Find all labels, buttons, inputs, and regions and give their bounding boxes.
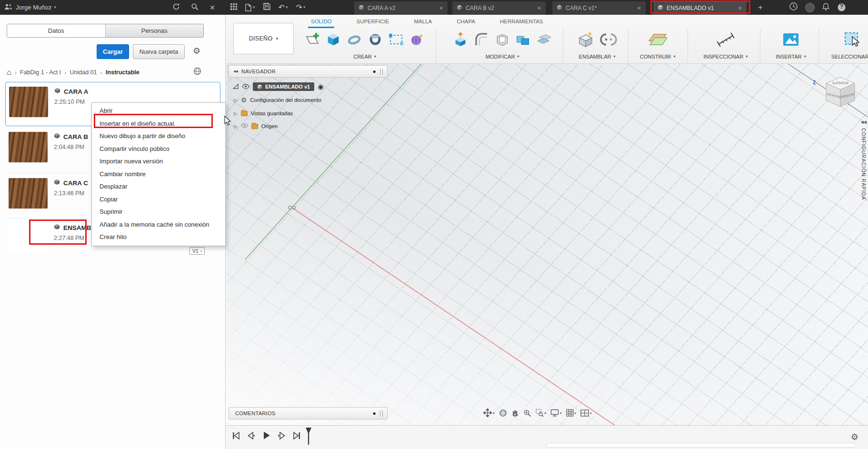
tree-filter-icon[interactable] bbox=[233, 84, 239, 90]
select-icon[interactable] bbox=[840, 29, 865, 50]
breadcrumb-item-current[interactable]: Instructable bbox=[106, 69, 140, 76]
group-label-insertar[interactable]: INSERTAR ▾ bbox=[776, 54, 806, 60]
save-icon[interactable] bbox=[263, 3, 270, 12]
ribbon-tab-herramientas[interactable]: HERRAMIENTAS bbox=[497, 17, 546, 28]
close-tab-icon[interactable]: ✕ bbox=[537, 5, 541, 11]
group-label-modificar[interactable]: MODIFICAR ▾ bbox=[486, 54, 519, 60]
comments-panel-header[interactable]: COMENTARIOS ● bbox=[229, 407, 388, 419]
viewcube[interactable]: Z SUPERIOR FRONTAL DERECHA bbox=[813, 74, 858, 111]
tree-root-badge[interactable]: ENSAMBLADO v1 bbox=[253, 82, 314, 91]
tree-root-row[interactable]: ENSAMBLADO v1 ◉ bbox=[233, 81, 323, 92]
breadcrumb-item[interactable]: Unidad 01 bbox=[70, 69, 97, 76]
hole-icon[interactable] bbox=[365, 29, 385, 50]
ribbon-tab-malla[interactable]: MALLA bbox=[411, 17, 435, 28]
pan-hand-tool[interactable] bbox=[511, 409, 519, 417]
step-back-button[interactable] bbox=[247, 431, 255, 442]
timeline-settings-gear-icon[interactable]: ⚙ bbox=[851, 432, 858, 442]
tree-expand-icon[interactable]: ▷ bbox=[234, 124, 238, 129]
group-label-construir[interactable]: CONSTRUIR ▾ bbox=[640, 54, 675, 60]
ribbon-tab-superficie[interactable]: SUPERFICIE bbox=[353, 17, 392, 28]
tree-row-document-settings[interactable]: ▷ ⚙ Configuración del documento bbox=[234, 94, 321, 106]
app-grid-icon[interactable] bbox=[230, 3, 237, 12]
panel-dot-icon[interactable]: ● bbox=[372, 68, 376, 75]
notifications-bell-icon[interactable] bbox=[822, 2, 830, 13]
measure-icon[interactable] bbox=[713, 29, 738, 50]
refresh-icon[interactable] bbox=[172, 3, 180, 12]
create-sketch-icon[interactable] bbox=[302, 29, 322, 50]
redo-button[interactable]: ↷ ▾ bbox=[296, 4, 305, 11]
pattern-icon[interactable] bbox=[386, 29, 406, 50]
fillet-icon[interactable] bbox=[471, 29, 491, 50]
search-icon[interactable] bbox=[191, 3, 199, 12]
go-to-end-button[interactable] bbox=[293, 431, 301, 442]
menu-item-suprimir[interactable]: Suprimir bbox=[92, 206, 225, 219]
tab-datos[interactable]: Datos bbox=[7, 24, 105, 37]
joint-icon[interactable] bbox=[598, 29, 619, 50]
ribbon-tab-chapa[interactable]: CHAPA bbox=[454, 17, 478, 28]
menu-item-desplazar[interactable]: Desplazar bbox=[92, 180, 225, 193]
upload-button[interactable]: Cargar bbox=[97, 44, 129, 59]
insert-image-icon[interactable] bbox=[778, 29, 803, 50]
viewport-canvas[interactable]: ◀◀ NAVEGADOR ● ENSAMBLADO v1 ◉ ▷ ⚙ Confi… bbox=[226, 64, 868, 425]
close-tab-icon[interactable]: ✕ bbox=[439, 5, 443, 11]
menu-item-cambiar-nombre[interactable]: Cambiar nombre bbox=[92, 168, 225, 181]
group-label-inspeccionar[interactable]: INSPECCIONAR ▾ bbox=[703, 54, 748, 60]
extrude-icon[interactable] bbox=[323, 29, 343, 50]
press-pull-icon[interactable] bbox=[450, 29, 470, 50]
web-globe-icon[interactable] bbox=[193, 67, 201, 77]
ribbon-tab-solido[interactable]: SOLIDO bbox=[308, 17, 334, 28]
construction-plane-icon[interactable] bbox=[645, 29, 670, 50]
step-forward-button[interactable] bbox=[278, 431, 286, 442]
new-file-button[interactable]: ▾ bbox=[245, 4, 255, 11]
visibility-eye-icon[interactable] bbox=[241, 123, 248, 129]
tree-expand-icon[interactable]: ▷ bbox=[234, 98, 238, 103]
doc-tab-cara-b[interactable]: CARA B v2 ✕ bbox=[452, 1, 546, 15]
new-tab-button[interactable]: + bbox=[758, 0, 763, 15]
workspace-selector[interactable]: DISEÑO ▾ bbox=[233, 23, 294, 54]
revolve-icon[interactable] bbox=[344, 29, 364, 50]
panel-settings-gear-icon[interactable]: ⚙ bbox=[193, 46, 200, 56]
menu-item-compartir[interactable]: Compartir vínculo público bbox=[92, 143, 225, 156]
panel-dot-icon[interactable]: ● bbox=[372, 410, 376, 417]
shell-icon[interactable] bbox=[492, 29, 512, 50]
activate-component-icon[interactable]: ◉ bbox=[318, 83, 323, 90]
user-menu[interactable]: Jorge Muñoz ▾ bbox=[4, 0, 56, 15]
combine-icon[interactable] bbox=[513, 29, 533, 50]
group-label-ensamblar[interactable]: ENSAMBLAR ▾ bbox=[579, 54, 616, 60]
zoom-window-tool[interactable]: ▾ bbox=[536, 409, 547, 417]
pan-tool[interactable]: ▾ bbox=[483, 409, 495, 417]
account-avatar[interactable] bbox=[805, 3, 815, 12]
form-sphere-icon[interactable] bbox=[407, 29, 427, 50]
group-label-seleccionar[interactable]: SELECCIONAR ▾ bbox=[831, 54, 868, 60]
menu-item-cache-offline[interactable]: Añadir a la memoria caché sin conexión bbox=[92, 219, 225, 231]
go-to-start-button[interactable] bbox=[232, 431, 240, 442]
panel-grip[interactable] bbox=[380, 410, 383, 417]
doc-tab-cara-a[interactable]: CARA A v2 ✕ bbox=[354, 1, 448, 15]
menu-item-crear-hito[interactable]: Crear hito bbox=[92, 231, 225, 244]
group-label-crear[interactable]: CREAR ▾ bbox=[353, 54, 376, 60]
help-icon[interactable]: ? bbox=[837, 3, 846, 12]
menu-item-nuevo-dibujo[interactable]: Nuevo dibujo a partir de diseño bbox=[92, 130, 225, 143]
timeline-marker[interactable] bbox=[305, 428, 312, 448]
play-button[interactable] bbox=[262, 431, 270, 442]
close-panel-icon[interactable]: ✕ bbox=[210, 4, 215, 11]
menu-item-copiar[interactable]: Copiar bbox=[92, 193, 225, 206]
doc-tab-cara-c[interactable]: CARA C v1* ✕ bbox=[552, 1, 646, 15]
undo-button[interactable]: ↶ ▾ bbox=[279, 4, 288, 11]
quick-settings-rail[interactable]: ◀◀ CONFIGURACIÓN RÁPIDA bbox=[861, 120, 867, 200]
zoom-tool[interactable] bbox=[523, 409, 531, 417]
tree-row-origin[interactable]: ▷ Origen bbox=[234, 120, 278, 132]
offset-face-icon[interactable] bbox=[534, 29, 554, 50]
new-component-icon[interactable] bbox=[575, 29, 597, 50]
tree-expand-icon[interactable]: ▷ bbox=[234, 111, 238, 116]
sync-status-icon[interactable] bbox=[789, 2, 798, 13]
collapse-rail-icon[interactable]: ◀◀ bbox=[861, 120, 867, 124]
new-folder-button[interactable]: Nueva carpeta bbox=[133, 44, 185, 59]
tab-personas[interactable]: Personas bbox=[105, 24, 204, 37]
tree-row-saved-views[interactable]: ▷ Vistas guardadas bbox=[234, 108, 293, 119]
timeline-scrollbar[interactable] bbox=[546, 443, 856, 448]
orbit-tool[interactable] bbox=[499, 409, 507, 417]
viewports-tool[interactable]: ▾ bbox=[580, 409, 592, 417]
menu-item-importar[interactable]: Importar nueva versión bbox=[92, 155, 225, 168]
panel-grip[interactable] bbox=[380, 69, 383, 75]
